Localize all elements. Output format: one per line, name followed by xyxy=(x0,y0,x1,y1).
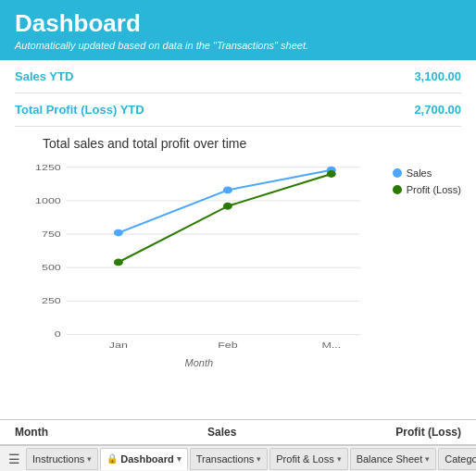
tab-profit-loss-dropdown: ▾ xyxy=(337,454,342,464)
tab-bar: ☰ Instructions ▾ 🔒 Dashboard ▾ Transacti… xyxy=(0,445,476,471)
tab-categories-label: Categories xyxy=(445,453,476,465)
tab-balance-sheet[interactable]: Balance Sheet ▾ xyxy=(350,448,437,470)
chart-area: 0 250 500 750 1000 1250 Jan Feb M... xyxy=(15,158,383,353)
svg-text:500: 500 xyxy=(42,263,61,272)
svg-text:0: 0 xyxy=(55,329,61,339)
svg-text:250: 250 xyxy=(42,296,61,305)
legend-profit: Profit (Loss) xyxy=(393,184,461,195)
tab-instructions-dropdown: ▾ xyxy=(87,454,92,464)
svg-text:Jan: Jan xyxy=(109,341,128,350)
tab-dashboard[interactable]: 🔒 Dashboard ▾ xyxy=(100,448,187,470)
svg-point-16 xyxy=(223,187,232,194)
chart-legend: Sales Profit (Loss) xyxy=(383,158,461,195)
stat-row-profit: Total Profit (Loss) YTD 2,700.00 xyxy=(15,93,461,127)
svg-point-15 xyxy=(114,229,123,237)
stats-section: Sales YTD 3,100.00 Total Profit (Loss) Y… xyxy=(0,60,476,127)
x-axis-title: Month xyxy=(15,357,383,368)
chart-svg: 0 250 500 750 1000 1250 Jan Feb M... xyxy=(15,158,383,353)
tab-transactions-dropdown: ▾ xyxy=(257,454,261,464)
svg-text:M...: M... xyxy=(321,341,341,350)
tab-dashboard-label: Dashboard xyxy=(120,453,173,465)
stat-value-profit: 2,700.00 xyxy=(414,103,461,117)
legend-sales-label: Sales xyxy=(407,167,432,179)
tab-profit-loss-label: Profit & Loss xyxy=(276,453,333,465)
tab-instructions[interactable]: Instructions ▾ xyxy=(26,448,98,470)
tab-dashboard-dropdown: ▾ xyxy=(177,454,182,464)
legend-profit-dot xyxy=(393,185,402,194)
chart-container: Total sales and total profit over time 0… xyxy=(0,127,476,419)
tab-balance-sheet-dropdown: ▾ xyxy=(425,454,430,464)
svg-text:750: 750 xyxy=(42,229,61,238)
header: Dashboard Automatically updated based on… xyxy=(0,0,476,60)
stat-label-profit: Total Profit (Loss) YTD xyxy=(15,103,144,117)
svg-text:Feb: Feb xyxy=(218,341,237,350)
tab-transactions[interactable]: Transactions ▾ xyxy=(190,448,269,470)
tab-balance-sheet-label: Balance Sheet xyxy=(357,453,423,465)
legend-profit-label: Profit (Loss) xyxy=(407,184,461,195)
svg-text:1000: 1000 xyxy=(35,195,61,205)
legend-sales-dot xyxy=(393,168,402,178)
tab-dashboard-icon: 🔒 xyxy=(106,453,118,464)
svg-point-19 xyxy=(223,203,232,210)
table-col-month: Month xyxy=(15,426,48,439)
svg-text:1250: 1250 xyxy=(35,162,61,171)
tab-transactions-label: Transactions xyxy=(196,453,255,465)
table-col-profit: Profit (Loss) xyxy=(395,426,461,439)
stat-row-sales: Sales YTD 3,100.00 xyxy=(15,60,461,93)
page-title: Dashboard xyxy=(15,9,461,38)
tab-categories[interactable]: Categories ▾ xyxy=(438,448,476,470)
tab-menu-icon[interactable]: ☰ xyxy=(4,449,24,469)
chart-title: Total sales and total profit over time xyxy=(43,136,461,151)
legend-sales: Sales xyxy=(393,167,461,179)
svg-point-18 xyxy=(114,259,123,266)
stat-value-sales: 3,100.00 xyxy=(414,69,461,83)
table-col-sales: Sales xyxy=(207,426,236,439)
tab-instructions-label: Instructions xyxy=(32,453,84,465)
chart-inner: 0 250 500 750 1000 1250 Jan Feb M... xyxy=(15,158,461,408)
tab-profit-loss[interactable]: Profit & Loss ▾ xyxy=(269,448,347,470)
svg-point-20 xyxy=(327,170,336,178)
stat-label-sales: Sales YTD xyxy=(15,69,73,83)
table-header: Month Sales Profit (Loss) xyxy=(0,419,476,445)
header-subtitle: Automatically updated based on data in t… xyxy=(15,40,461,51)
